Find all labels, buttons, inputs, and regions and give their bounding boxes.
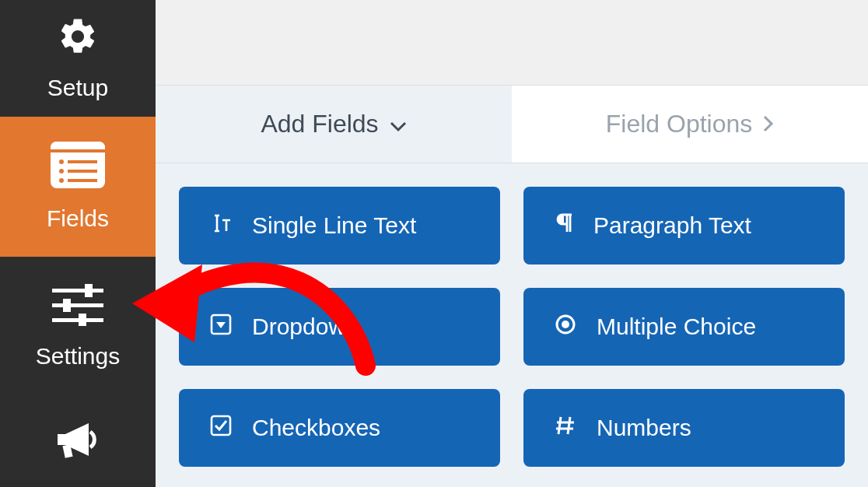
chevron-down-icon [390, 110, 407, 138]
sliders-icon [52, 284, 103, 329]
svg-rect-8 [68, 179, 97, 182]
svg-rect-2 [51, 149, 105, 152]
panel-tabs: Add Fields Field Options [156, 86, 868, 163]
svg-rect-20 [212, 416, 230, 435]
field-button-dropdown[interactable]: Dropdown [179, 288, 500, 366]
sidebar-label-setup: Setup [47, 75, 108, 101]
tab-label-options: Field Options [606, 110, 753, 138]
sidebar-item-settings[interactable]: Settings [0, 257, 156, 397]
pilcrow-icon [555, 212, 573, 240]
main-panel: Add Fields Field Options Single Line Tex… [156, 0, 868, 487]
svg-rect-9 [52, 289, 103, 293]
tab-label-add: Add Fields [261, 110, 378, 138]
field-label: Numbers [597, 415, 691, 441]
svg-rect-10 [85, 284, 93, 297]
list-icon [51, 142, 105, 191]
field-button-multiple-choice[interactable]: Multiple Choice [523, 288, 845, 366]
hash-icon [555, 415, 576, 442]
tab-add-fields[interactable]: Add Fields [156, 86, 512, 163]
field-label: Multiple Choice [597, 314, 756, 340]
svg-marker-17 [216, 322, 226, 328]
svg-rect-13 [52, 318, 103, 322]
chevron-right-icon [763, 110, 774, 138]
svg-rect-12 [63, 299, 71, 312]
svg-point-5 [59, 169, 64, 173]
field-button-numbers[interactable]: Numbers [523, 389, 845, 467]
svg-rect-6 [68, 170, 97, 173]
svg-rect-14 [79, 314, 86, 326]
megaphone-icon [54, 420, 101, 464]
field-label: Checkboxes [252, 415, 380, 441]
sidebar: Setup Fields Settings [0, 0, 156, 487]
fields-grid: Single Line Text Paragraph Text Dropdown… [179, 187, 845, 467]
field-button-paragraph-text[interactable]: Paragraph Text [523, 187, 845, 265]
sidebar-item-fields[interactable]: Fields [0, 117, 156, 257]
field-button-single-line-text[interactable]: Single Line Text [179, 187, 500, 265]
field-label: Dropdown [252, 314, 359, 340]
sidebar-item-marketing[interactable] [0, 397, 156, 487]
svg-point-7 [59, 178, 64, 183]
sidebar-label-settings: Settings [36, 343, 120, 370]
field-label: Single Line Text [252, 212, 416, 239]
field-label: Paragraph Text [593, 212, 751, 239]
svg-point-19 [562, 321, 569, 328]
field-button-checkboxes[interactable]: Checkboxes [179, 389, 500, 467]
svg-point-3 [59, 159, 64, 164]
dropdown-icon [210, 314, 232, 341]
sidebar-label-fields: Fields [47, 205, 109, 232]
svg-rect-4 [68, 160, 97, 163]
top-toolbar [156, 0, 868, 86]
sidebar-item-setup[interactable]: Setup [0, 0, 156, 117]
tab-field-options[interactable]: Field Options [512, 86, 868, 163]
gear-icon [57, 16, 99, 61]
fields-grid-wrap: Single Line Text Paragraph Text Dropdown… [156, 163, 868, 487]
text-cursor-icon [210, 212, 232, 240]
svg-rect-11 [52, 303, 103, 307]
checkbox-icon [210, 415, 232, 442]
radio-icon [555, 314, 576, 341]
